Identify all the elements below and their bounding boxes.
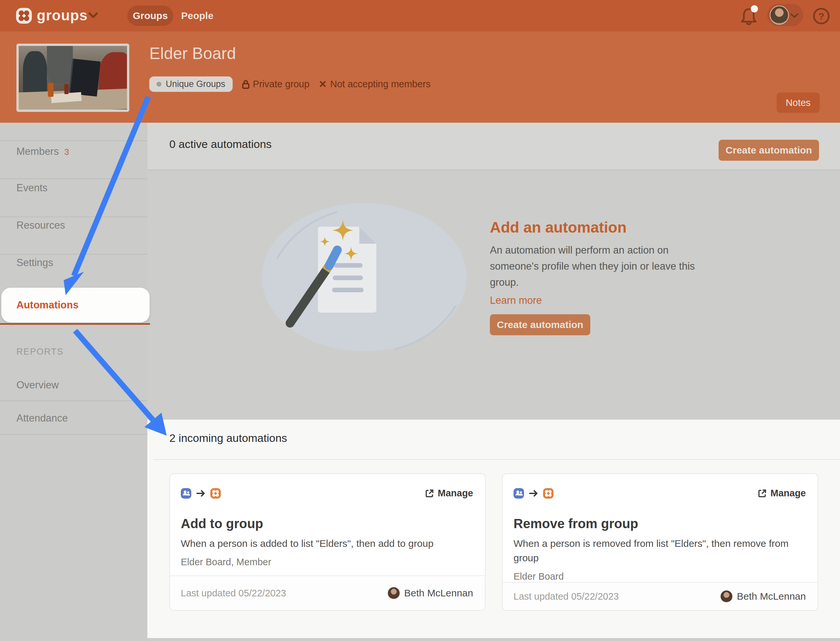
- card-footer: Last updated 05/22/2023 Beth McLennan: [503, 582, 818, 610]
- tab-people[interactable]: People: [181, 6, 213, 26]
- author: Beth McLennan: [388, 587, 473, 599]
- divider: [0, 254, 147, 254]
- user-avatar[interactable]: [770, 6, 789, 24]
- author-avatar: [721, 591, 732, 602]
- privacy-label: Private group: [253, 79, 310, 90]
- arrow-right-icon: [196, 489, 206, 498]
- group-type-badge: Unique Groups: [149, 76, 233, 92]
- tab-groups[interactable]: Groups: [127, 6, 173, 26]
- sidebar-item-overview[interactable]: Overview: [16, 379, 59, 391]
- product-switcher-chevron-icon[interactable]: [89, 13, 98, 18]
- reports-section-label: REPORTS: [16, 347, 64, 357]
- notes-button[interactable]: Notes: [777, 92, 820, 113]
- sidebar-item-settings[interactable]: Settings: [16, 257, 53, 269]
- manage-label: Manage: [771, 488, 806, 499]
- groups-app-icon[interactable]: [16, 8, 32, 24]
- product-wordmark[interactable]: groups: [37, 7, 88, 24]
- automation-description: When a person is added to list "Elders",…: [181, 536, 473, 551]
- help-icon[interactable]: ?: [813, 8, 829, 24]
- create-automation-button-empty-state[interactable]: Create automation: [490, 314, 590, 335]
- divider: [0, 434, 147, 435]
- group-header: Elder Board Unique Groups Private group …: [0, 32, 840, 123]
- divider: [0, 140, 147, 141]
- active-item-underline: [0, 323, 150, 325]
- automation-card-add-to-group: Manage Add to group When a person is add…: [169, 474, 485, 611]
- divider: [0, 216, 147, 217]
- groups-app-icon: [543, 488, 553, 499]
- membership-label: Not accepting members: [330, 79, 430, 90]
- group-type-label: Unique Groups: [166, 79, 226, 89]
- divider: [0, 179, 147, 179]
- group-photo: [16, 43, 129, 112]
- manage-link[interactable]: Manage: [758, 488, 806, 499]
- empty-state-title: Add an automation: [490, 219, 627, 236]
- incoming-automations-count: 2 incoming automations: [169, 432, 287, 445]
- last-updated: Last updated 05/22/2023: [181, 588, 286, 599]
- automation-target: Elder Board: [514, 571, 806, 582]
- x-icon: ✕: [319, 79, 327, 89]
- lock-icon: [242, 79, 250, 89]
- sidebar-item-attendance[interactable]: Attendance: [16, 412, 68, 424]
- manage-link[interactable]: Manage: [425, 488, 473, 499]
- active-automations-count: 0 active automations: [169, 138, 272, 151]
- members-count-badge: 3: [64, 147, 69, 157]
- incoming-automations-section: 2 incoming automations: [147, 420, 840, 638]
- automation-target: Elder Board, Member: [181, 557, 473, 567]
- arrow-right-icon: [529, 489, 539, 498]
- membership-status: ✕ Not accepting members: [319, 79, 430, 90]
- author-name: Beth McLennan: [737, 591, 806, 602]
- external-link-icon: [425, 489, 434, 498]
- automation-description: When a person is removed from list "Elde…: [514, 536, 806, 565]
- divider: [153, 459, 840, 460]
- automation-illustration: [259, 201, 469, 355]
- card-footer: Last updated 05/22/2023 Beth McLennan: [170, 575, 485, 610]
- people-app-icon: [514, 488, 524, 499]
- empty-state-description: An automation will perform an action on …: [490, 242, 719, 290]
- page-title: Elder Board: [149, 44, 236, 63]
- divider: [0, 401, 147, 401]
- people-app-icon: [181, 488, 191, 499]
- automation-flow-icons: [514, 488, 553, 499]
- notification-badge-dot: [751, 5, 758, 13]
- last-updated: Last updated 05/22/2023: [514, 591, 619, 602]
- author-avatar: [388, 587, 400, 599]
- sidebar-item-automations[interactable]: Automations: [16, 288, 78, 322]
- automation-card-remove-from-group: Manage Remove from group When a person i…: [502, 474, 818, 611]
- author-name: Beth McLennan: [404, 588, 473, 599]
- sidebar-item-resources[interactable]: Resources: [16, 219, 65, 231]
- automation-title: Add to group: [181, 516, 473, 531]
- active-automations-toolbar: 0 active automations Create automation: [147, 123, 840, 170]
- top-navigation-bar: groups Groups People ?: [0, 0, 840, 32]
- create-automation-button[interactable]: Create automation: [719, 140, 819, 161]
- group-sidebar: Members 3 Events Resources Settings Auto…: [0, 123, 147, 641]
- account-chevron-down-icon[interactable]: [790, 13, 799, 18]
- sidebar-item-events[interactable]: Events: [16, 182, 48, 194]
- privacy-status: Private group: [242, 79, 310, 90]
- group-badges: Unique Groups Private group ✕ Not accept…: [149, 76, 431, 92]
- badge-dot-icon: [156, 82, 161, 87]
- external-link-icon: [758, 489, 766, 498]
- sidebar-item-members[interactable]: Members: [16, 146, 59, 158]
- automation-title: Remove from group: [514, 516, 806, 531]
- author: Beth McLennan: [721, 591, 806, 602]
- automation-flow-icons: [181, 488, 221, 499]
- learn-more-link[interactable]: Learn more: [490, 295, 542, 306]
- manage-label: Manage: [438, 488, 473, 499]
- groups-app-icon: [210, 488, 221, 499]
